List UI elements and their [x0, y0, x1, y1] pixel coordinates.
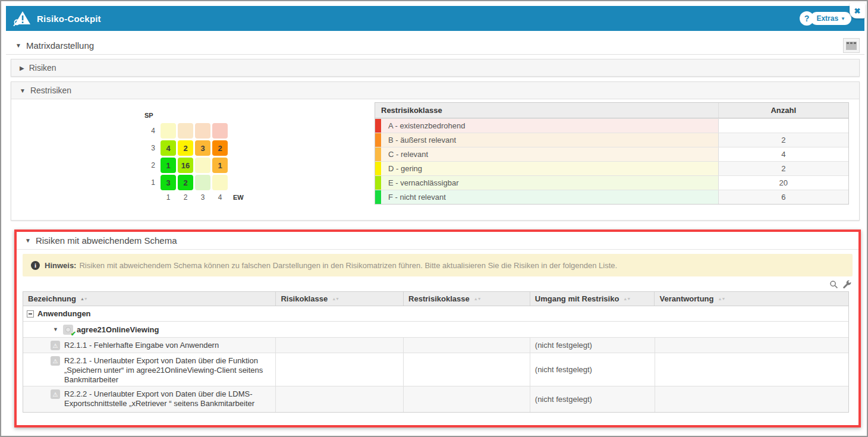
matrix-cell [195, 123, 210, 139]
class-count: 2 [718, 133, 848, 147]
panel-restrisiken-label: Restrisiken [30, 86, 71, 95]
risk-list-table: Bezeichnung ▲▼ Risikoklasse ▲▼ Restrisik… [23, 291, 849, 413]
matrix-row: 3 4 2 3 2 [143, 140, 244, 156]
caret-down-icon[interactable]: ▼ [53, 326, 58, 332]
matrix-row-label: 1 [143, 178, 155, 187]
restrisikoklasse-value [404, 338, 530, 353]
matrix-col-label: 2 [178, 193, 193, 202]
risk-table-header-row: Bezeichnung ▲▼ Risikoklasse ▲▼ Restrisik… [23, 292, 848, 306]
class-color-strip [375, 133, 381, 147]
panel-restrisiken: ▼ Restrisiken SP 4 3 4 2 3 2 2 1 [11, 81, 860, 221]
matrix-cell [212, 175, 228, 190]
column-header-restrisikoklasse: Restrisikoklasse [375, 106, 442, 115]
extras-button[interactable]: Extras ▼ [810, 12, 851, 25]
close-button[interactable]: ✖ [850, 3, 865, 18]
tree-node-agree21onlineviewing[interactable]: ▼ ✔ agree21OnlineViewing [23, 321, 848, 337]
risk-row-r221[interactable]: ⚠ R2.2.1 - Unerlaubter Export von Daten … [23, 353, 848, 386]
sort-icons: ▲▼ [474, 297, 481, 301]
collapse-minus-icon[interactable] [27, 310, 34, 317]
panel-risiken-label: Risiken [29, 63, 56, 73]
wrench-icon[interactable] [842, 280, 851, 289]
risk-row-r211[interactable]: ⚠ R2.1.1 - Fehlerhafte Eingabe von Anwen… [23, 337, 848, 353]
verantwortung-value [655, 353, 849, 386]
restrisikoklasse-value [404, 353, 530, 386]
node-label: agree21OnlineViewing [77, 325, 159, 334]
matrix-cell [195, 158, 210, 173]
class-count: 6 [718, 190, 848, 204]
class-color-strip [375, 176, 381, 190]
hint-label: Hinweis: [45, 261, 76, 270]
column-header-restrisikoklasse[interactable]: Restrisikoklasse ▲▼ [404, 292, 530, 306]
column-header-anzahl: Anzahl [718, 103, 848, 118]
matrix-cell [161, 123, 176, 139]
check-icon: ✔ [71, 330, 76, 338]
caret-down-icon: ▼ [25, 237, 31, 244]
panel-restrisiken-header[interactable]: ▼ Restrisiken [11, 82, 859, 99]
class-label: C - relevant [381, 150, 428, 159]
risk-name: R2.2.1 - Unerlaubter Export von Daten üb… [64, 356, 269, 385]
section-matrixdarstellung[interactable]: ▼ Matrixdarstellung [6, 37, 864, 55]
matrix-x-axis-label: EW [233, 194, 244, 201]
column-header-risikoklasse[interactable]: Risikoklasse ▲▼ [276, 292, 404, 306]
umgang-value: (nicht festgelegt) [530, 386, 655, 412]
app-window: Risiko-Cockpit ? Extras ▼ ✖ ▼ Matrixdars… [0, 0, 868, 437]
layout-grid-button[interactable] [843, 38, 860, 53]
matrix-y-axis-label: SP [144, 112, 244, 119]
sort-icons: ▲▼ [332, 297, 339, 301]
sort-icons: ▲▼ [80, 297, 87, 301]
matrix-row: 2 1 16 1 [143, 158, 244, 173]
application-icon: ✔ [63, 325, 73, 335]
column-header-bezeichnung[interactable]: Bezeichnung ▲▼ [23, 292, 276, 306]
class-count: 4 [718, 147, 848, 161]
sort-icons: ▲▼ [623, 297, 630, 301]
matrix-cell: 16 [178, 158, 193, 173]
column-header-umgang-mit-restrisiko[interactable]: Umgang mit Restrisiko ▲▼ [530, 292, 655, 306]
table-row: F - nicht relevant 6 [375, 190, 848, 204]
matrix-cell: 3 [195, 140, 210, 156]
risk-row-r222[interactable]: ⚠ R2.2.2 - Unerlaubter Export von Daten … [23, 386, 848, 412]
risikoklasse-value [276, 353, 404, 386]
matrix-cell [178, 123, 193, 139]
table-toolbar [829, 280, 851, 289]
umgang-value: (nicht festgelegt) [530, 338, 655, 353]
section-risiken-abweichendes-schema: ▼ Risiken mit abweichendem Schema i Hinw… [14, 229, 861, 427]
matrix-cell: 1 [212, 158, 228, 173]
extras-label: Extras [816, 14, 838, 23]
restrisikoklasse-value [404, 386, 530, 412]
risk-warning-icon: ⚠ [51, 389, 60, 399]
group-row-anwendungen[interactable]: Anwendungen [23, 306, 848, 321]
info-icon: i [31, 261, 40, 270]
matrix-col-label: 4 [212, 193, 228, 202]
matrix-cell: 1 [161, 158, 176, 173]
panel-risiken: ▶ Risiken [11, 59, 860, 77]
caret-right-icon: ▶ [20, 65, 24, 71]
search-icon[interactable] [829, 280, 838, 289]
class-color-strip [375, 190, 381, 204]
hint-text: Risiken mit abweichendem Schema können z… [79, 261, 617, 270]
matrix-column-labels: 1 2 3 4 EW [143, 193, 244, 202]
risk-matrix: SP 4 3 4 2 3 2 2 1 16 1 [143, 112, 244, 202]
caret-down-icon: ▼ [20, 87, 26, 94]
risikoklasse-value [276, 338, 404, 353]
panel-risiken-header[interactable]: ▶ Risiken [11, 59, 859, 76]
table-layout-icon [846, 42, 857, 50]
restrisiko-table-header: Restrisikoklasse Anzahl [375, 103, 848, 118]
risk-warning-icon: ⚠ [51, 341, 60, 350]
table-row: C - relevant 4 [375, 147, 848, 161]
class-color-strip [375, 147, 381, 161]
class-label: A - existenzbedrohend [381, 121, 465, 130]
matrix-cell: 2 [178, 175, 193, 190]
class-label: E - vernachlässigbar [381, 178, 459, 187]
section-schema-header[interactable]: ▼ Risiken mit abweichendem Schema [17, 232, 858, 250]
title-bar: Risiko-Cockpit ? Extras ▼ [6, 6, 864, 31]
matrix-cell: 2 [212, 140, 228, 156]
sort-icons: ▲▼ [718, 297, 725, 301]
class-count: 20 [718, 176, 848, 190]
column-header-verantwortung[interactable]: Verantwortung ▲▼ [655, 292, 848, 306]
table-row: B - äußerst relevant 2 [375, 133, 848, 147]
verantwortung-value [655, 338, 849, 353]
risk-name: R2.2.2 - Unerlaubter Export von Daten üb… [64, 389, 269, 408]
table-row: A - existenzbedrohend [375, 118, 848, 133]
matrix-row-label: 3 [143, 144, 155, 152]
restrisiko-class-table: Restrisikoklasse Anzahl A - existenzbedr… [375, 102, 849, 205]
